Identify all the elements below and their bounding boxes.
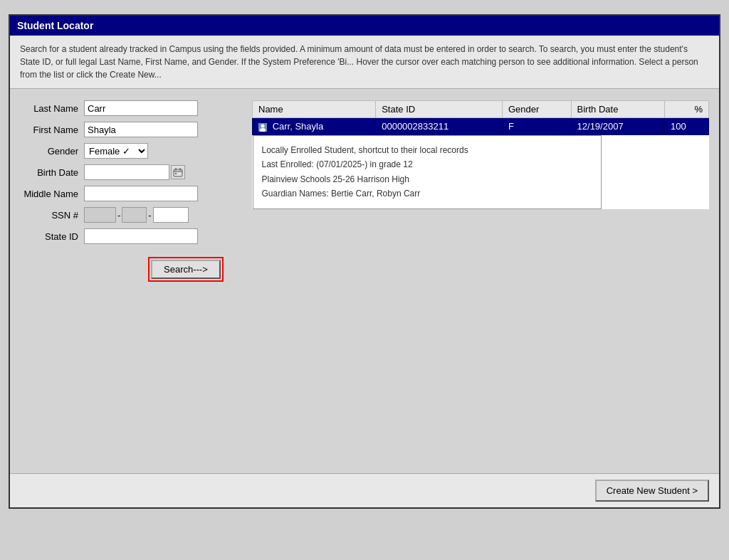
table-row[interactable]: Carr, Shayla 0000002833211 F 12/19/2007 …: [253, 118, 709, 135]
last-name-input[interactable]: [84, 100, 198, 116]
birth-date-label: Birth Date: [20, 167, 84, 178]
tooltip-line4: Guardian Names: Bertie Carr, Robyn Carr: [262, 186, 592, 201]
middle-name-input[interactable]: [84, 186, 198, 201]
gender-select[interactable]: Female ✓ Male: [84, 143, 148, 159]
first-name-row: First Name: [20, 122, 241, 137]
search-button-wrapper: Search--->: [148, 257, 224, 282]
middle-name-row: Middle Name: [20, 186, 241, 201]
create-new-student-button[interactable]: Create New Student >: [595, 480, 709, 502]
svg-rect-0: [174, 169, 182, 176]
result-percent: 100: [664, 118, 708, 135]
birth-date-row: Birth Date: [20, 164, 241, 180]
search-button[interactable]: Search--->: [151, 260, 221, 279]
middle-name-label: Middle Name: [20, 189, 84, 199]
search-form: Last Name First Name Gender Female ✓ Mal…: [20, 100, 241, 462]
description-text: Search for a student already tracked in …: [10, 36, 719, 89]
ssn-dash1: -: [117, 210, 120, 221]
ssn-input-part3[interactable]: [153, 207, 189, 223]
window-title: Student Locator: [10, 16, 719, 36]
result-gender: F: [502, 118, 571, 135]
ssn-input-part1[interactable]: [84, 207, 116, 223]
col-header-state-id: State ID: [376, 101, 503, 118]
gender-label: Gender: [20, 146, 84, 157]
ssn-label: SSN #: [20, 210, 84, 221]
state-id-label: State ID: [20, 231, 84, 242]
tooltip-line3: Plainview Schools 25-26 Harrison High: [262, 172, 592, 186]
ssn-input-part2[interactable]: [122, 207, 147, 223]
tooltip-line2: Last Enrolled: (07/01/2025-) in grade 12: [262, 157, 592, 171]
footer-bar: Create New Student >: [10, 473, 719, 507]
birth-date-input[interactable]: [84, 164, 169, 180]
col-header-gender: Gender: [502, 101, 571, 118]
last-name-row: Last Name: [20, 100, 241, 116]
search-button-row: Search--->: [20, 250, 241, 282]
gender-row: Gender Female ✓ Male: [20, 143, 241, 159]
svg-point-6: [261, 124, 265, 127]
ssn-dash2: -: [148, 210, 151, 221]
results-panel: Name State ID Gender Birth Date %: [252, 100, 709, 462]
calendar-icon[interactable]: [171, 165, 185, 179]
col-header-birth-date: Birth Date: [571, 101, 664, 118]
state-id-row: State ID: [20, 228, 241, 244]
state-id-input[interactable]: [84, 228, 198, 244]
last-name-label: Last Name: [20, 103, 84, 114]
result-birth-date: 12/19/2007: [571, 118, 664, 135]
first-name-input[interactable]: [84, 122, 198, 137]
first-name-label: First Name: [20, 125, 84, 135]
student-tooltip: Locally Enrolled Student, shortcut to th…: [253, 135, 602, 209]
tooltip-line1: Locally Enrolled Student, shortcut to th…: [262, 143, 592, 157]
birth-date-container: [84, 164, 185, 180]
svg-rect-4: [175, 173, 177, 174]
results-table: Name State ID Gender Birth Date %: [252, 100, 709, 209]
col-header-name: Name: [253, 101, 376, 118]
ssn-row: SSN # - -: [20, 207, 241, 223]
result-name: Carr, Shayla: [253, 118, 376, 135]
ssn-container: - -: [84, 207, 189, 223]
col-header-percent: %: [664, 101, 708, 118]
student-icon: [258, 123, 267, 132]
result-state-id: 0000002833211: [376, 118, 503, 135]
